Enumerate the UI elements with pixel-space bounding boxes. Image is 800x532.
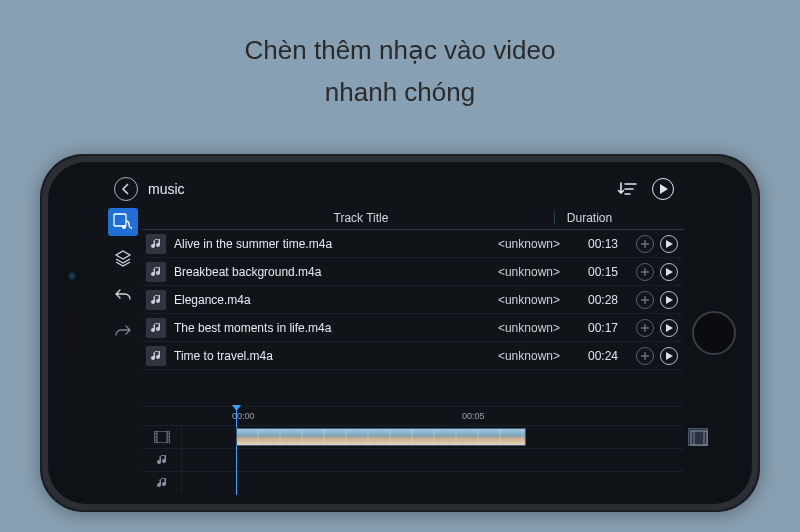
film-end-icon — [690, 430, 708, 446]
undo-icon — [114, 287, 132, 301]
play-icon — [666, 240, 673, 248]
plus-icon — [641, 268, 649, 276]
phone-speaker — [66, 308, 72, 358]
track-header: Track Title Duration — [142, 206, 684, 230]
play-track-button[interactable] — [660, 319, 678, 337]
plus-icon — [641, 324, 649, 332]
music-note-icon — [156, 477, 168, 489]
column-duration: Duration — [554, 211, 624, 225]
svg-point-1 — [122, 225, 126, 229]
track-name: Elegance.m4a — [174, 293, 490, 307]
track-duration: 00:13 — [578, 237, 628, 251]
redo-button[interactable] — [108, 316, 138, 344]
add-track-button[interactable] — [636, 347, 654, 365]
undo-button[interactable] — [108, 280, 138, 308]
column-title: Track Title — [168, 211, 554, 225]
topbar: music — [104, 172, 684, 206]
track-duration: 00:28 — [578, 293, 628, 307]
track-row[interactable]: Breakbeat background.m4a <unknown> 00:15 — [142, 258, 684, 286]
timeline[interactable]: 00:00 00:05 — [142, 406, 684, 494]
play-icon — [666, 352, 673, 360]
play-icon — [666, 268, 673, 276]
film-icon — [154, 431, 170, 443]
timeline-ruler[interactable]: 00:00 00:05 — [142, 407, 684, 425]
track-name: Alive in the summer time.m4a — [174, 237, 490, 251]
phone-frame: music — [40, 154, 760, 512]
side-tabs — [104, 206, 142, 494]
music-note-icon — [146, 346, 166, 366]
sort-icon — [617, 181, 637, 197]
track-duration: 00:24 — [578, 349, 628, 363]
track-name: The best moments in life.m4a — [174, 321, 490, 335]
track-list: Alive in the summer time.m4a <unknown> 0… — [142, 230, 684, 370]
track-name: Breakbeat background.m4a — [174, 265, 490, 279]
music-note-icon — [146, 234, 166, 254]
content-area: Track Title Duration Alive in the summer… — [142, 206, 684, 494]
timeline-video-row[interactable] — [142, 425, 684, 448]
chevron-left-icon — [121, 183, 131, 195]
track-name: Time to travel.m4a — [174, 349, 490, 363]
sort-button[interactable] — [616, 178, 638, 200]
music-note-icon — [146, 290, 166, 310]
tab-media[interactable] — [108, 208, 138, 236]
back-button[interactable] — [114, 177, 138, 201]
track-duration: 00:17 — [578, 321, 628, 335]
track-artist: <unknown> — [498, 349, 570, 363]
add-track-button[interactable] — [636, 263, 654, 281]
track-duration: 00:15 — [578, 265, 628, 279]
plus-icon — [641, 296, 649, 304]
music-note-icon — [146, 318, 166, 338]
promo-title: Chèn thêm nhạc vào video nhanh chóng — [0, 0, 800, 113]
redo-icon — [114, 323, 132, 337]
home-button[interactable] — [692, 311, 736, 355]
main-area: Track Title Duration Alive in the summer… — [104, 206, 684, 494]
music-note-icon — [146, 262, 166, 282]
promo-line-1: Chèn thêm nhạc vào video — [0, 30, 800, 72]
add-track-button[interactable] — [636, 235, 654, 253]
play-icon — [659, 184, 668, 194]
play-track-button[interactable] — [660, 347, 678, 365]
track-artist: <unknown> — [498, 293, 570, 307]
phone-camera — [68, 272, 76, 280]
video-track-label — [142, 426, 182, 448]
play-track-button[interactable] — [660, 263, 678, 281]
video-clip[interactable] — [236, 428, 526, 446]
svg-rect-0 — [114, 214, 126, 226]
add-track-button[interactable] — [636, 291, 654, 309]
app-screen: music — [104, 172, 684, 494]
timecode-1: 00:05 — [462, 411, 485, 421]
track-artist: <unknown> — [498, 265, 570, 279]
track-artist: <unknown> — [498, 321, 570, 335]
clip-end-marker[interactable] — [688, 428, 708, 446]
timeline-audio-row-2[interactable] — [142, 471, 684, 494]
media-library-icon — [113, 213, 133, 231]
play-track-button[interactable] — [660, 291, 678, 309]
play-track-button[interactable] — [660, 235, 678, 253]
screen-title: music — [148, 181, 606, 197]
music-note-icon — [156, 454, 168, 466]
promo-line-2: nhanh chóng — [0, 72, 800, 114]
layers-icon — [114, 249, 132, 267]
svg-rect-3 — [691, 431, 707, 445]
timeline-audio-row-1[interactable] — [142, 448, 684, 471]
track-row[interactable]: Time to travel.m4a <unknown> 00:24 — [142, 342, 684, 370]
play-icon — [666, 296, 673, 304]
track-row[interactable]: The best moments in life.m4a <unknown> 0… — [142, 314, 684, 342]
play-all-button[interactable] — [652, 178, 674, 200]
audio-track-label — [142, 472, 182, 494]
audio-track-label — [142, 449, 182, 471]
plus-icon — [641, 352, 649, 360]
track-artist: <unknown> — [498, 237, 570, 251]
add-track-button[interactable] — [636, 319, 654, 337]
tab-layers[interactable] — [108, 244, 138, 272]
play-icon — [666, 324, 673, 332]
plus-icon — [641, 240, 649, 248]
track-row[interactable]: Alive in the summer time.m4a <unknown> 0… — [142, 230, 684, 258]
track-row[interactable]: Elegance.m4a <unknown> 00:28 — [142, 286, 684, 314]
